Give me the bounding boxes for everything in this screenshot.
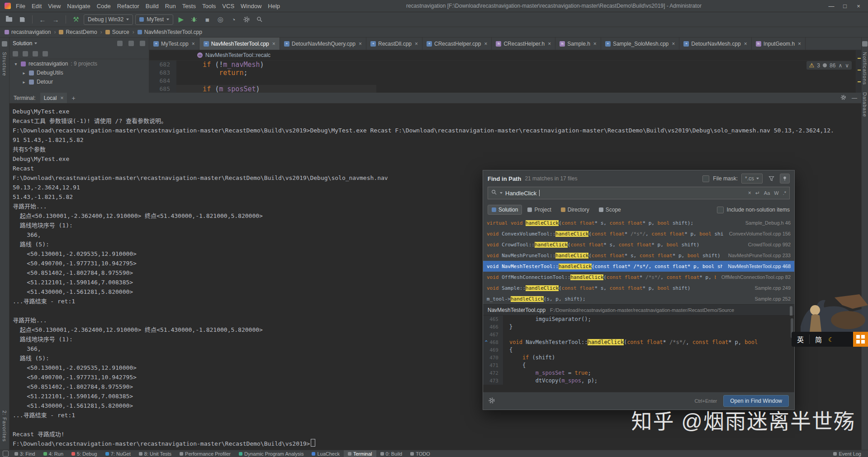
menu-item-edit[interactable]: Edit: [28, 0, 45, 12]
menu-item-file[interactable]: File: [13, 0, 28, 12]
menu-item-view[interactable]: View: [45, 0, 64, 12]
collapse-all-icon[interactable]: [13, 51, 18, 57]
warning-mark[interactable]: [858, 70, 861, 71]
find-result-row[interactable]: void OffMeshConnectionTool::handleClick(…: [483, 272, 794, 283]
scope-project[interactable]: Project: [523, 205, 555, 215]
find-result-row[interactable]: void ConvexVolumeTool::handleClick(const…: [483, 228, 794, 239]
statusbar-dpa[interactable]: Dynamic Program Analysis: [235, 450, 308, 457]
tab-close-icon[interactable]: ×: [272, 41, 275, 47]
menu-item-refactor[interactable]: Refactor: [114, 0, 142, 12]
tool-stripe-notifications[interactable]: Notifications: [862, 52, 868, 85]
find-result-row[interactable]: m_tool->handleClick(s, p, shift);Sample.…: [483, 293, 794, 304]
explorer-icon[interactable]: [2, 41, 7, 47]
extension-grid-icon[interactable]: [853, 332, 868, 347]
statusbar-tests[interactable]: 8: Unit Tests: [135, 450, 175, 457]
open-folder-icon[interactable]: [4, 14, 14, 25]
coverage-icon[interactable]: ◎: [215, 14, 226, 25]
expand-all-icon[interactable]: [23, 51, 28, 57]
pin-icon[interactable]: [780, 174, 790, 184]
search-input[interactable]: HandleClick × ↵ AaW.*: [488, 187, 790, 199]
editor-code[interactable]: 682 if (!m_navMesh)683 return;684685 if …: [149, 61, 862, 93]
chevron-down-icon[interactable]: ▾: [14, 61, 18, 66]
find-result-row[interactable]: void Sample::handleClick(const float* s,…: [483, 283, 794, 293]
statusbar-profiler[interactable]: Performance Profiler: [175, 450, 235, 457]
terminal-settings-gear-icon[interactable]: [840, 94, 846, 102]
stop-icon[interactable]: ■: [202, 14, 213, 25]
menu-item-tools[interactable]: Tools: [199, 0, 219, 12]
find-preview-code[interactable]: 465 imguiSeparator();466}467468^void Nav…: [483, 316, 794, 385]
newline-icon[interactable]: ↵: [755, 190, 760, 196]
build-hammer-icon[interactable]: ⚒: [71, 14, 81, 25]
settings-gear-icon[interactable]: [241, 14, 252, 25]
find-result-row[interactable]: void CrowdTool::handleClick(const float*…: [483, 239, 794, 250]
search-everywhere-icon[interactable]: [254, 14, 265, 25]
run-config-select[interactable]: MyTest: [135, 14, 173, 25]
statusbar-todo[interactable]: TODO: [406, 450, 434, 457]
build-config-select[interactable]: Debug | Win32: [84, 14, 133, 25]
menu-item-build[interactable]: Build: [142, 0, 162, 12]
tab-close-icon[interactable]: ×: [548, 41, 551, 47]
tab-close-icon[interactable]: ×: [359, 41, 362, 47]
tab-close-icon[interactable]: ×: [593, 41, 597, 47]
locate-icon[interactable]: [117, 41, 123, 46]
tool-stripe-database[interactable]: Database: [862, 92, 868, 117]
statusbar-debug[interactable]: 5: Debug: [67, 450, 101, 457]
editor-tab[interactable]: hSample.h×: [555, 38, 601, 50]
tool-stripe-structure[interactable]: Structure: [2, 52, 7, 76]
solution-view-select[interactable]: Solution: [13, 40, 32, 47]
toggle-Aa[interactable]: Aa: [764, 190, 770, 196]
close-icon[interactable]: ×: [60, 95, 63, 101]
editor-tab[interactable]: +NavMeshTesterTool.cpp×: [199, 38, 280, 50]
scope-solution[interactable]: Solution: [488, 205, 522, 215]
statusbar-run[interactable]: 4: Run: [39, 450, 67, 457]
terminal-tab-local[interactable]: Local ×: [40, 93, 67, 103]
scope-directory[interactable]: Directory: [557, 205, 593, 215]
tool-stripe-favorites[interactable]: 2: Favorites: [2, 410, 7, 442]
translate-english-button[interactable]: 英: [792, 335, 810, 344]
menu-item-code[interactable]: Code: [94, 0, 114, 12]
include-non-solution-checkbox[interactable]: [717, 207, 724, 213]
breadcrumb-item[interactable]: NavMeshTesterTool.cpp: [138, 29, 202, 35]
clear-icon[interactable]: ×: [748, 190, 751, 196]
filter-funnel-icon[interactable]: [766, 174, 776, 184]
close-button[interactable]: ×: [852, 0, 865, 12]
maximize-button[interactable]: □: [838, 0, 852, 12]
save-icon[interactable]: [17, 14, 28, 25]
tab-close-icon[interactable]: ×: [744, 41, 747, 47]
minimize-button[interactable]: —: [825, 0, 838, 12]
menu-item-navigate[interactable]: Navigate: [64, 0, 93, 12]
new-terminal-button[interactable]: +: [71, 94, 75, 102]
editor-tab[interactable]: +RecastDll.cpp×: [366, 38, 422, 50]
inspection-widget[interactable]: ⚠ 3 86 ∧ ∨: [806, 61, 852, 70]
menu-item-help[interactable]: Help: [265, 0, 283, 12]
tab-close-icon[interactable]: ×: [798, 41, 801, 47]
statusbar-nuget[interactable]: 7: NuGet: [101, 450, 135, 457]
editor-tab[interactable]: hInputGeom.h×: [752, 38, 806, 50]
statusbar-find[interactable]: 3: Find: [10, 450, 39, 457]
find-settings-gear-icon[interactable]: [489, 397, 495, 405]
tab-close-icon[interactable]: ×: [484, 41, 487, 47]
breadcrumb-item[interactable]: RecastDemo: [59, 29, 97, 35]
editor-tab[interactable]: +DetourNavMesh.cpp×: [679, 38, 751, 50]
breadcrumb-item[interactable]: recastnavigation: [5, 29, 51, 35]
minimize-panel-icon[interactable]: —: [852, 95, 857, 101]
prev-issue-icon[interactable]: ∧: [838, 62, 842, 69]
breadcrumb-item[interactable]: Source: [105, 29, 129, 35]
statusbar-lua[interactable]: LuaCheck: [308, 450, 344, 457]
tab-close-icon[interactable]: ×: [192, 41, 195, 47]
debug-bug-icon[interactable]: [189, 14, 199, 25]
editor-breadcrumb[interactable]: m NavMeshTesterTool::recalc: [149, 50, 862, 61]
warning-mark[interactable]: [858, 81, 861, 82]
file-mask-select[interactable]: *.cs: [741, 174, 763, 184]
menu-item-vcs[interactable]: VCS: [219, 0, 237, 12]
warning-mark[interactable]: [858, 58, 861, 59]
editor-tab[interactable]: +Sample_SoloMesh.cpp×: [601, 38, 679, 50]
statusbar-terminal[interactable]: Terminal: [344, 450, 376, 457]
statusbar-event-log[interactable]: Event Log: [829, 451, 865, 457]
profiler-icon[interactable]: ◔: [228, 14, 239, 25]
toggle-W[interactable]: W: [774, 190, 778, 196]
editor-tab[interactable]: +DetourNavMeshQuery.cpp×: [280, 38, 366, 50]
file-mask-checkbox[interactable]: [702, 175, 709, 182]
search-history-icon[interactable]: [500, 192, 503, 194]
scope-scope[interactable]: Scope: [595, 205, 625, 215]
